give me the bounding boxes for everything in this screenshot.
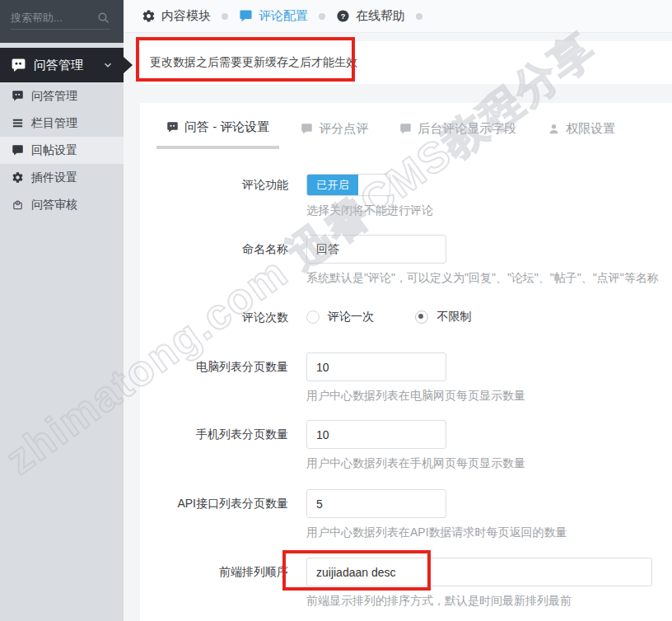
gear-icon xyxy=(11,171,24,184)
form-row-pc-page-size: 电脑列表分页数量 用户中心数据列表在电脑网页每页显示数量 xyxy=(140,353,672,402)
field-label: 手机列表分页数量 xyxy=(140,420,288,469)
sidebar-item-plugin-settings[interactable]: 插件设置 xyxy=(0,164,124,191)
radio-comment-once[interactable]: 评论一次 xyxy=(306,309,374,325)
sidebar-item-qa-manage[interactable]: 问答管理 xyxy=(0,82,124,110)
field-help-text: 用户中心数据列表在电脑网页每页显示数量 xyxy=(306,390,672,402)
nav-item-content-module[interactable]: 内容模块 xyxy=(142,8,211,24)
tab-bar: 问答 - 评论设置 评分点评 后台评论显示字段 权限设置 xyxy=(156,119,637,149)
form-row-api-page-size: API接口列表分页数量 用户中心数据列表在API数据请求时每页返回的数量 xyxy=(140,489,672,539)
nav-item-online-help[interactable]: ? 在线帮助 xyxy=(336,8,405,24)
field-help-text: 前端显示排列的排序方式，默认是时间最新排列最前 xyxy=(306,595,672,607)
tab-permission-settings[interactable]: 权限设置 xyxy=(538,119,625,149)
tab-qa-comment-settings[interactable]: 问答 - 评论设置 xyxy=(156,119,279,149)
form-row-naming: 命名名称 系统默认是"评论"，可以定义为"回复"、"论坛"、"帖子"、"点评"等… xyxy=(140,235,672,284)
field-label: 评论功能 xyxy=(140,174,288,217)
field-help-text: 用户中心数据列表在API数据请求时每页返回的数量 xyxy=(306,526,672,539)
form-row-mobile-page-size: 手机列表分页数量 用户中心数据列表在手机网页每页显示数量 xyxy=(140,420,672,469)
top-navbar: 内容模块 评论配置 ? 在线帮助 xyxy=(124,0,672,33)
sidebar: 问答管理 问答管理 栏目管理 回帖设置 插件设置 xyxy=(0,43,124,621)
sidebar-item-reply-settings[interactable]: 回帖设置 xyxy=(0,137,124,164)
front-sort-order-input[interactable] xyxy=(306,558,652,586)
sidebar-item-qa-review[interactable]: 问答审核 xyxy=(0,191,124,218)
tab-label: 权限设置 xyxy=(566,121,615,137)
tab-rating-review[interactable]: 评分点评 xyxy=(291,119,378,149)
radio-circle-checked[interactable] xyxy=(415,310,428,324)
field-label: API接口列表分页数量 xyxy=(140,489,288,539)
radio-circle[interactable] xyxy=(306,310,320,324)
comment-dots-icon xyxy=(11,58,26,73)
comment-icon xyxy=(11,144,24,156)
nav-separator-dot xyxy=(416,13,422,20)
comment-icon xyxy=(399,123,412,135)
sidebar-item-category-manage[interactable]: 栏目管理 xyxy=(0,110,124,137)
field-label: 电脑列表分页数量 xyxy=(140,353,288,402)
field-help-text: 用户中心数据列表在手机网页每页显示数量 xyxy=(306,457,672,469)
comment-icon xyxy=(166,121,179,133)
field-label: 命名名称 xyxy=(140,235,288,284)
question-icon: ? xyxy=(336,9,350,23)
naming-input[interactable] xyxy=(306,235,446,264)
api-page-size-input[interactable] xyxy=(306,489,446,518)
sidebar-search-block xyxy=(0,0,124,43)
search-icon[interactable] xyxy=(96,11,110,25)
comment-icon xyxy=(239,9,253,23)
radio-label: 评论一次 xyxy=(328,310,374,325)
tab-label: 后台评论显示字段 xyxy=(418,121,516,137)
comment-dots-icon xyxy=(11,90,24,102)
toggle-off-segment xyxy=(358,175,390,195)
form-row-front-sort-order: 前端排列顺序 前端显示排列的排序方式，默认是时间最新排列最前 xyxy=(140,558,672,607)
radio-unlimited[interactable]: 不限制 xyxy=(415,309,471,325)
search-input[interactable] xyxy=(11,12,89,24)
sidebar-item-label: 问答管理 xyxy=(31,89,77,104)
tab-backend-comment-fields[interactable]: 后台评论显示字段 xyxy=(390,119,526,149)
radio-label: 不限制 xyxy=(436,310,471,325)
safe-icon xyxy=(11,198,24,211)
nav-separator-dot xyxy=(222,13,228,20)
gears-icon xyxy=(142,9,156,23)
chevron-down-icon xyxy=(102,59,114,71)
nav-separator-dot xyxy=(319,13,325,20)
svg-text:?: ? xyxy=(341,12,346,21)
nav-item-label: 内容模块 xyxy=(161,8,211,24)
cache-notice-banner: 更改数据之后需要更新缓存之后才能生效 xyxy=(140,41,672,84)
field-label: 前端排列顺序 xyxy=(140,558,288,607)
toggle-on-segment: 已开启 xyxy=(307,175,358,195)
form-row-comment-function: 评论功能 已开启 选择关闭将不能进行评论 xyxy=(140,174,672,217)
list-icon xyxy=(11,117,24,129)
comment-function-toggle[interactable]: 已开启 xyxy=(306,174,390,196)
sidebar-item-label: 问答审核 xyxy=(31,198,77,212)
field-help-text: 选择关闭将不能进行评论 xyxy=(306,204,672,217)
form-row-comment-times: 评论次数 评论一次 不限制 xyxy=(140,309,672,327)
sidebar-header-label: 问答管理 xyxy=(34,58,83,73)
nav-item-label: 在线帮助 xyxy=(356,8,405,24)
comment-icon xyxy=(301,123,313,135)
field-label: 评论次数 xyxy=(140,309,288,327)
cache-notice-text: 更改数据之后需要更新缓存之后才能生效 xyxy=(150,55,357,70)
tab-label: 问答 - 评论设置 xyxy=(184,119,269,135)
sidebar-item-label: 栏目管理 xyxy=(31,116,77,131)
nav-item-label: 评论配置 xyxy=(259,8,308,24)
field-help-text: 系统默认是"评论"，可以定义为"回复"、"论坛"、"帖子"、"点评"等名称 xyxy=(306,272,672,284)
sidebar-menu-header-qa-admin[interactable]: 问答管理 xyxy=(0,48,124,82)
settings-panel: 问答 - 评论设置 评分点评 后台评论显示字段 权限设置 评论功能 已开启 xyxy=(140,103,672,621)
pc-page-size-input[interactable] xyxy=(306,353,446,381)
nav-item-comment-config[interactable]: 评论配置 xyxy=(239,8,308,24)
user-icon xyxy=(548,123,560,135)
mobile-page-size-input[interactable] xyxy=(306,420,446,449)
tab-label: 评分点评 xyxy=(319,121,368,137)
sidebar-item-label: 插件设置 xyxy=(31,170,77,185)
sidebar-item-label: 回帖设置 xyxy=(31,143,77,158)
